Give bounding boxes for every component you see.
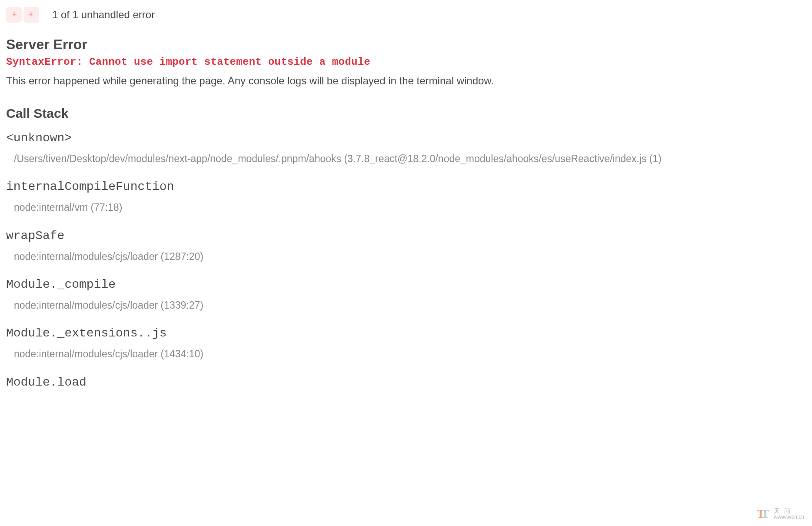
arrow-left-icon xyxy=(10,11,17,19)
arrow-right-icon xyxy=(28,11,35,19)
stack-frame-location: node:internal/modules/cjs/loader (1339:2… xyxy=(6,298,806,313)
callstack-list: <unknown>/Users/tiven/Desktop/dev/module… xyxy=(6,131,806,389)
stack-frame-method: <unknown> xyxy=(6,131,806,145)
stack-frame-method: Module._extensions..js xyxy=(6,326,806,340)
error-heading: Server Error xyxy=(6,37,806,53)
prev-error-button[interactable] xyxy=(6,7,22,23)
stack-frame-method: internalCompileFunction xyxy=(6,180,806,193)
stack-frame-location: /Users/tiven/Desktop/dev/modules/next-ap… xyxy=(6,152,806,166)
callstack-heading: Call Stack xyxy=(6,106,806,121)
next-error-button[interactable] xyxy=(23,7,39,23)
stack-frame: Module._extensions..jsnode:internal/modu… xyxy=(6,326,806,361)
stack-frame-method: Module.load xyxy=(6,376,806,389)
stack-frame-method: wrapSafe xyxy=(6,229,806,243)
error-description: This error happened while generating the… xyxy=(6,73,806,89)
stack-frame-location: node:internal/modules/cjs/loader (1287:2… xyxy=(6,250,806,264)
stack-frame-location: node:internal/vm (77:18) xyxy=(6,200,806,215)
stack-frame: Module.load xyxy=(6,376,806,389)
stack-frame: internalCompileFunctionnode:internal/vm … xyxy=(6,180,806,215)
stack-frame-method: Module._compile xyxy=(6,278,806,291)
stack-frame-location: node:internal/modules/cjs/loader (1434:1… xyxy=(6,347,806,361)
stack-frame: Module._compilenode:internal/modules/cjs… xyxy=(6,278,806,313)
error-title: SyntaxError: Cannot use import statement… xyxy=(6,56,806,68)
stack-frame: <unknown>/Users/tiven/Desktop/dev/module… xyxy=(6,131,806,166)
error-counter: 1 of 1 unhandled error xyxy=(52,9,155,21)
stack-frame: wrapSafenode:internal/modules/cjs/loader… xyxy=(6,229,806,264)
error-nav-row: 1 of 1 unhandled error xyxy=(6,7,806,23)
